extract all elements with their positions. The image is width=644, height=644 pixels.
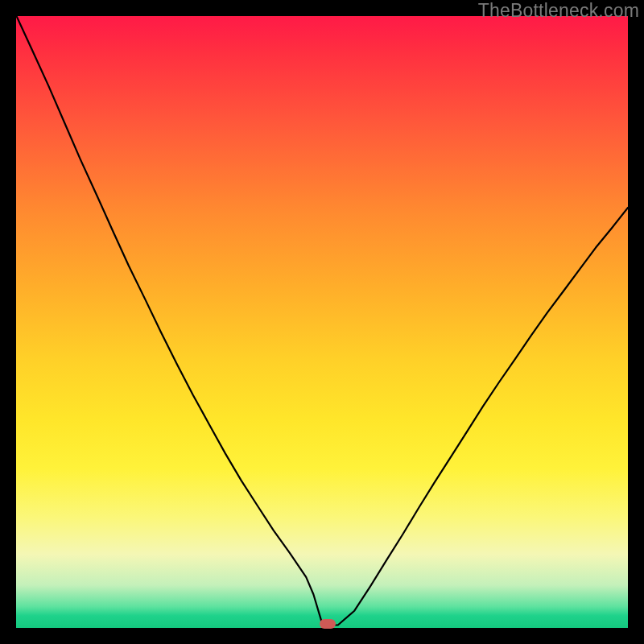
chart-frame: TheBottleneck.com [0, 0, 644, 644]
watermark-text: TheBottleneck.com [478, 0, 639, 22]
optimum-marker [320, 619, 336, 629]
plot-area [16, 16, 628, 628]
bottleneck-curve [16, 16, 628, 628]
